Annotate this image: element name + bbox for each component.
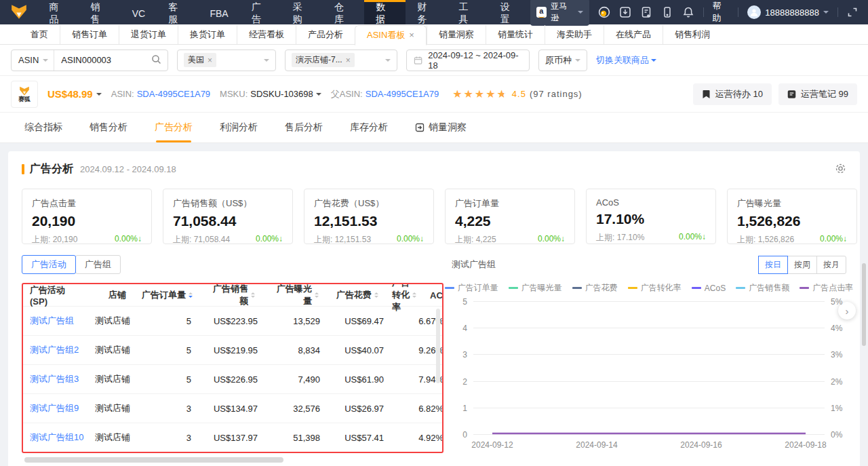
operation-todo-button[interactable]: 运营待办 10 <box>693 83 772 105</box>
ad-scope-tab[interactable]: 广告活动 <box>22 255 76 274</box>
document-add-icon[interactable] <box>640 6 652 18</box>
page-tab[interactable]: 产品分析 <box>296 25 355 44</box>
asin-link[interactable]: SDA-4995CE1A79 <box>137 89 210 99</box>
metric-card[interactable]: 广告销售额（US$） 71,058.44 上期: 71,058.44 0.00%… <box>163 189 293 244</box>
page-tab[interactable]: ASIN看板 × <box>355 25 427 45</box>
table-row[interactable]: 测试广告组3 测试店铺 5 US$226.95 7,490 US$61.90 7… <box>23 364 443 393</box>
sort-icon-active[interactable] <box>189 290 193 300</box>
legend-item[interactable]: 广告点击率 <box>800 282 853 294</box>
remove-tag-icon[interactable]: × <box>346 56 351 65</box>
gear-icon[interactable] <box>835 163 846 176</box>
campaign-link[interactable]: 测试广告组9 <box>30 403 79 413</box>
period-button[interactable]: 按日 <box>758 256 788 274</box>
sort-icon[interactable] <box>315 290 319 300</box>
currency-select[interactable]: 原币种 <box>538 50 587 71</box>
main-menu-item[interactable]: 设置 <box>489 0 530 24</box>
page-tab[interactable]: 销售利润 <box>663 25 722 44</box>
table-row[interactable]: 测试广告组10 测试店铺 3 US$137.97 51,398 US$57.41… <box>23 423 443 452</box>
operation-note-button[interactable]: 运营笔记 99 <box>778 83 857 105</box>
campaign-link[interactable]: 测试广告组3 <box>30 374 79 384</box>
table-row[interactable]: 测试广告组9 测试店铺 3 US$134.97 32,576 US$26.97 … <box>23 393 443 423</box>
table-column-header[interactable]: 广告销售额 <box>199 283 262 307</box>
page-scrollbar-thumb[interactable] <box>862 263 866 346</box>
ad-scope-tab[interactable]: 广告组 <box>75 255 121 274</box>
horizontal-scrollbar-thumb[interactable] <box>24 457 283 463</box>
legend-item[interactable]: 广告花费 <box>572 282 618 294</box>
page-tab[interactable]: 首页 <box>19 25 60 44</box>
parent-asin-link[interactable]: SDA-4995CE1A79 <box>366 89 439 99</box>
analysis-tab[interactable]: 销量洞察 <box>401 113 480 142</box>
campaign-link[interactable]: 测试广告组 <box>30 315 74 326</box>
service-icon[interactable] <box>598 6 610 18</box>
legend-item[interactable]: 广告曝光量 <box>509 282 562 294</box>
table-column-header[interactable]: ACoS <box>423 290 443 300</box>
search-type-select[interactable]: ASIN <box>12 50 54 71</box>
main-menu-item[interactable]: 采购 <box>281 0 323 24</box>
table-column-header[interactable]: 广告活动(SP) <box>23 284 73 307</box>
analysis-tab[interactable]: 库存分析 <box>336 113 401 142</box>
legend-item[interactable]: 广告转化率 <box>628 282 682 294</box>
user-menu[interactable]: 18888888888 <box>747 5 829 19</box>
table-column-header[interactable]: 广告花费 <box>326 289 385 301</box>
main-menu-item[interactable]: 仓库 <box>323 0 364 24</box>
main-menu-item[interactable]: 客服 <box>157 0 198 24</box>
fullscreen-icon[interactable] <box>847 6 859 18</box>
table-scrollbar[interactable] <box>436 309 440 383</box>
product-price[interactable]: US$48.99 <box>47 88 102 100</box>
page-tab[interactable]: 经营看板 <box>237 25 296 44</box>
analysis-tab[interactable]: 销售分析 <box>76 113 141 142</box>
main-menu-item[interactable]: VC <box>121 0 157 24</box>
shop-select[interactable]: 演示店铺-7...× <box>285 50 397 71</box>
marketplace-selector[interactable]: a 亚马逊 <box>530 0 589 26</box>
campaign-link[interactable]: 测试广告组2 <box>30 345 79 355</box>
product-thumbnail[interactable]: 赛狐 <box>11 81 38 108</box>
app-logo-icon[interactable] <box>0 0 37 24</box>
page-tab[interactable]: 销量洞察 <box>427 25 486 44</box>
date-range-picker[interactable]: 2024-09-12 ~ 2024-09-18 <box>406 50 530 71</box>
table-row[interactable]: 测试广告组2 测试店铺 5 US$219.95 8,834 US$40.07 9… <box>23 335 443 364</box>
download-icon[interactable] <box>619 6 631 18</box>
page-tab[interactable]: 在线产品 <box>604 25 663 44</box>
table-column-header[interactable]: 广告订单量 <box>133 289 199 301</box>
mobile-icon[interactable] <box>661 6 673 18</box>
switch-related-products-link[interactable]: 切换关联商品 <box>596 54 656 66</box>
search-input[interactable] <box>54 55 145 65</box>
legend-item[interactable]: 广告销售额 <box>736 282 789 294</box>
page-tab[interactable]: 销量统计 <box>486 25 545 44</box>
analysis-tab[interactable]: 售后分析 <box>271 113 336 142</box>
metric-card[interactable]: ACoS 17.10% 上期: 17.10% 0.00%↓ <box>586 189 716 244</box>
help-link[interactable]: 帮助 <box>713 0 730 24</box>
table-row[interactable]: 测试广告组 测试店铺 5 US$223.95 13,529 US$69.47 6… <box>23 306 443 335</box>
search-icon[interactable] <box>145 54 167 66</box>
metric-card[interactable]: 广告花费（US$） 12,151.53 上期: 12,151.53 0.00%↓ <box>304 189 434 244</box>
main-menu-item[interactable]: 广告 <box>240 0 281 24</box>
page-tab[interactable]: 退货订单 <box>119 25 178 44</box>
period-button[interactable]: 按周 <box>787 256 817 274</box>
table-column-header[interactable]: 广告曝光量 <box>262 283 326 307</box>
msku-value[interactable]: SDSKU-103698 <box>250 89 313 99</box>
table-column-header[interactable]: 广告转化率 <box>385 283 423 313</box>
page-tab[interactable]: 换货订单 <box>178 25 237 44</box>
sort-icon[interactable] <box>251 290 255 300</box>
sort-icon[interactable] <box>412 290 416 300</box>
analysis-tab[interactable]: 利润分析 <box>206 113 271 142</box>
main-menu-item[interactable]: 商品 <box>37 0 79 24</box>
sort-icon[interactable] <box>374 290 378 300</box>
page-tab[interactable]: 销售订单 <box>60 25 119 44</box>
metric-card[interactable]: 广告曝光量 1,526,826 上期: 1,526,826 0.00%↓ <box>727 189 857 244</box>
main-menu-item[interactable]: 财务 <box>406 0 447 24</box>
main-menu-item[interactable]: FBA <box>198 0 239 24</box>
remove-tag-icon[interactable]: × <box>208 56 212 65</box>
analysis-tab[interactable]: 广告分析 <box>141 113 206 142</box>
metric-card[interactable]: 广告点击量 20,190 上期: 20,190 0.00%↓ <box>22 189 152 244</box>
legend-item[interactable]: 广告订单量 <box>445 282 498 294</box>
main-menu-item[interactable]: 销售 <box>79 0 121 24</box>
main-menu-item[interactable]: 数据 <box>364 0 406 24</box>
page-tab[interactable]: 海卖助手 <box>545 25 604 44</box>
campaign-link[interactable]: 测试广告组10 <box>30 432 83 442</box>
table-column-header[interactable]: 店铺 <box>73 289 133 301</box>
analysis-tab[interactable]: 综合指标 <box>11 113 76 142</box>
bell-icon[interactable] <box>682 6 694 18</box>
main-menu-item[interactable]: 工具 <box>448 0 489 24</box>
country-select[interactable]: 美国× <box>177 50 276 71</box>
